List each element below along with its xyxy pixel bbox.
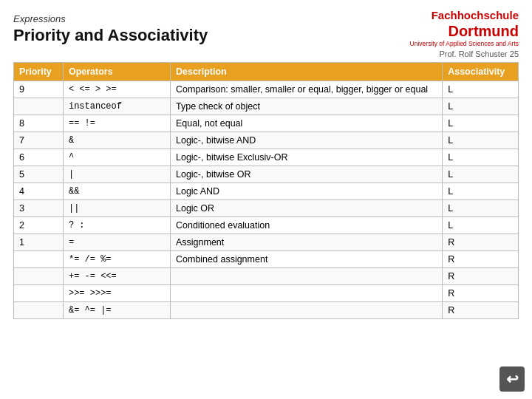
cell-assoc: L bbox=[443, 115, 519, 132]
cell-priority: 5 bbox=[14, 166, 64, 183]
cell-operators: == != bbox=[63, 115, 170, 132]
cell-description bbox=[170, 285, 442, 302]
cell-assoc: L bbox=[443, 81, 519, 98]
header-description: Description bbox=[170, 63, 442, 81]
table-row: 7&Logic-, bitwise ANDL bbox=[14, 132, 519, 149]
logo-line1: Fachhochschule bbox=[410, 9, 519, 22]
cell-operators: & bbox=[63, 132, 170, 149]
cell-operators: ? : bbox=[63, 217, 170, 234]
cell-operators: += -= <<= bbox=[63, 268, 170, 285]
cell-description: Logic-, bitwise OR bbox=[170, 166, 442, 183]
cell-priority bbox=[14, 285, 64, 302]
cell-assoc: L bbox=[443, 149, 519, 166]
table-row: 2? :Conditioned evaluationL bbox=[14, 217, 519, 234]
cell-assoc: R bbox=[443, 234, 519, 251]
cell-priority: 2 bbox=[14, 217, 64, 234]
cell-description: Equal, not equal bbox=[170, 115, 442, 132]
cell-priority: 6 bbox=[14, 149, 64, 166]
cell-assoc: L bbox=[443, 132, 519, 149]
cell-description: Type check of object bbox=[170, 98, 442, 115]
cell-description: Logic-, bitwise AND bbox=[170, 132, 442, 149]
cell-operators: >>= >>>= bbox=[63, 285, 170, 302]
table-row: 6^Logic-, bitwise Exclusiv-ORL bbox=[14, 149, 519, 166]
prof-line: Prof. Rolf Schuster 25 bbox=[13, 50, 519, 58]
table-header-row: Priority Operators Description Associati… bbox=[14, 63, 519, 81]
table-row: 5|Logic-, bitwise ORL bbox=[14, 166, 519, 183]
table-row: 1=AssignmentR bbox=[14, 234, 519, 251]
cell-assoc: L bbox=[443, 217, 519, 234]
cell-assoc: L bbox=[443, 166, 519, 183]
cell-description: Combined assignment bbox=[170, 251, 442, 268]
cell-description: Logic-, bitwise Exclusiv-OR bbox=[170, 149, 442, 166]
cell-assoc: L bbox=[443, 200, 519, 217]
table-row: 9< <= > >=Comparison: smaller, smaller o… bbox=[14, 81, 519, 98]
cell-operators: instanceof bbox=[63, 98, 170, 115]
cell-priority: 7 bbox=[14, 132, 64, 149]
cell-assoc: R bbox=[443, 285, 519, 302]
cell-priority bbox=[14, 302, 64, 319]
logo: Fachhochschule Dortmund University of Ap… bbox=[410, 9, 519, 47]
table-row: >>= >>>=R bbox=[14, 285, 519, 302]
cell-description: Assignment bbox=[170, 234, 442, 251]
cell-priority: 1 bbox=[14, 234, 64, 251]
header-associativity: Associativity bbox=[443, 63, 519, 81]
priority-table: Priority Operators Description Associati… bbox=[13, 62, 519, 319]
table-row: instanceofType check of objectL bbox=[14, 98, 519, 115]
nav-arrow-icon[interactable]: ↩ bbox=[499, 366, 525, 392]
cell-assoc: L bbox=[443, 98, 519, 115]
cell-priority: 3 bbox=[14, 200, 64, 217]
cell-operators: ^ bbox=[63, 149, 170, 166]
cell-description bbox=[170, 302, 442, 319]
cell-priority: 9 bbox=[14, 81, 64, 98]
table-row: 8== !=Equal, not equalL bbox=[14, 115, 519, 132]
logo-line3: University of Applied Sciences and Arts bbox=[410, 40, 519, 47]
page: Fachhochschule Dortmund University of Ap… bbox=[0, 0, 532, 399]
cell-operators: && bbox=[63, 183, 170, 200]
cell-description bbox=[170, 268, 442, 285]
cell-operators: || bbox=[63, 200, 170, 217]
cell-priority bbox=[14, 98, 64, 115]
header-operators: Operators bbox=[63, 63, 170, 81]
cell-priority bbox=[14, 251, 64, 268]
logo-line2: Dortmund bbox=[410, 22, 519, 40]
cell-operators: | bbox=[63, 166, 170, 183]
table-row: &= ^= |=R bbox=[14, 302, 519, 319]
cell-description: Logic AND bbox=[170, 183, 442, 200]
cell-priority bbox=[14, 268, 64, 285]
cell-description: Conditioned evaluation bbox=[170, 217, 442, 234]
cell-description: Comparison: smaller, smaller or equal, b… bbox=[170, 81, 442, 98]
table-row: 3||Logic ORL bbox=[14, 200, 519, 217]
cell-operators: *= /= %= bbox=[63, 251, 170, 268]
header-priority: Priority bbox=[14, 63, 64, 81]
cell-priority: 4 bbox=[14, 183, 64, 200]
cell-description: Logic OR bbox=[170, 200, 442, 217]
cell-operators: < <= > >= bbox=[63, 81, 170, 98]
table-row: *= /= %=Combined assignmentR bbox=[14, 251, 519, 268]
table-row: += -= <<=R bbox=[14, 268, 519, 285]
cell-operators: &= ^= |= bbox=[63, 302, 170, 319]
cell-operators: = bbox=[63, 234, 170, 251]
table-row: 4&&Logic ANDL bbox=[14, 183, 519, 200]
cell-assoc: L bbox=[443, 183, 519, 200]
cell-assoc: R bbox=[443, 268, 519, 285]
cell-assoc: R bbox=[443, 302, 519, 319]
cell-assoc: R bbox=[443, 251, 519, 268]
cell-priority: 8 bbox=[14, 115, 64, 132]
